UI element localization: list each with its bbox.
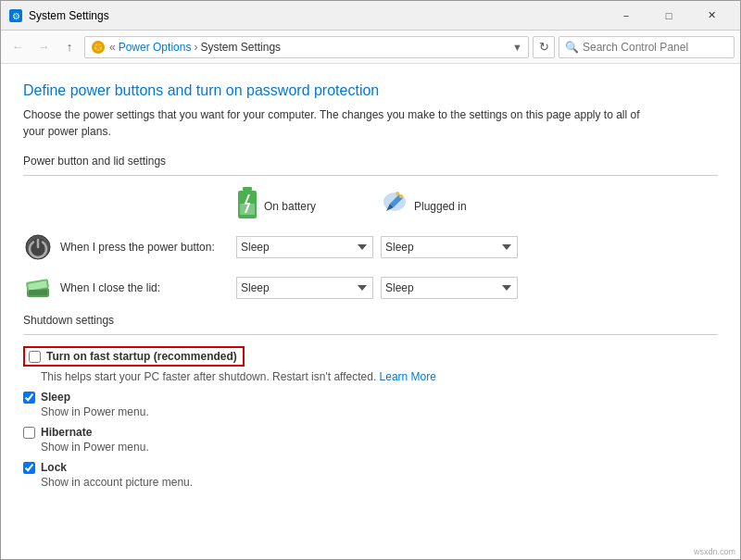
refresh-button[interactable]: ↻ bbox=[533, 36, 555, 58]
breadcrumb-power-options[interactable]: Power Options bbox=[119, 41, 192, 54]
divider-1 bbox=[23, 175, 718, 176]
address-bar: ← → ↑ « Power Options › System Settings … bbox=[1, 31, 740, 64]
col-plugged-in: Plugged in bbox=[381, 187, 518, 225]
sleep-checkbox[interactable] bbox=[23, 392, 35, 404]
shutdown-section: Shutdown settings Turn on fast startup (… bbox=[23, 314, 718, 546]
main-content: Define power buttons and turn on passwor… bbox=[1, 64, 740, 560]
power-button-icon bbox=[23, 232, 53, 262]
sleep-desc: Show in Power menu. bbox=[41, 405, 718, 418]
watermark: wsxdn.com bbox=[694, 547, 735, 556]
lid-selects: Sleep Do nothing Hibernate Shut down Tur… bbox=[236, 277, 518, 299]
hibernate-desc: Show in Power menu. bbox=[41, 441, 718, 454]
battery-icon bbox=[236, 187, 258, 225]
hibernate-checkbox[interactable] bbox=[23, 427, 35, 439]
power-button-on-battery-select[interactable]: Sleep Do nothing Hibernate Shut down Tur… bbox=[236, 236, 373, 258]
page-description: Choose the power settings that you want … bbox=[23, 106, 653, 140]
lock-row: Lock bbox=[23, 461, 718, 474]
lock-desc: Show in account picture menu. bbox=[41, 476, 718, 489]
shutdown-section-title: Shutdown settings bbox=[23, 314, 718, 327]
hibernate-item: Hibernate Show in Power menu. bbox=[23, 426, 718, 454]
svg-point-9 bbox=[399, 194, 403, 198]
lid-on-battery-select[interactable]: Sleep Do nothing Hibernate Shut down Tur… bbox=[236, 277, 373, 299]
window-controls: − □ ✕ bbox=[605, 1, 733, 31]
lid-row: When I close the lid: Sleep Do nothing H… bbox=[23, 273, 718, 303]
lid-plugged-select[interactable]: Sleep Do nothing Hibernate Shut down Tur… bbox=[381, 277, 518, 299]
power-button-label: When I press the power button: bbox=[60, 241, 236, 254]
close-button[interactable]: ✕ bbox=[690, 1, 733, 31]
fast-startup-checkbox[interactable] bbox=[29, 351, 41, 363]
lid-label: When I close the lid: bbox=[60, 281, 236, 294]
sleep-label[interactable]: Sleep bbox=[41, 391, 70, 404]
breadcrumb-separator: « bbox=[109, 41, 116, 54]
learn-more-link[interactable]: Learn More bbox=[380, 370, 436, 383]
power-button-plugged-select[interactable]: Sleep Do nothing Hibernate Shut down Tur… bbox=[381, 236, 518, 258]
search-input[interactable] bbox=[583, 41, 728, 54]
page-title: Define power buttons and turn on passwor… bbox=[23, 82, 718, 99]
divider-2 bbox=[23, 334, 718, 335]
minimize-button[interactable]: − bbox=[605, 1, 647, 31]
forward-button[interactable]: → bbox=[32, 36, 55, 58]
lock-item: Lock Show in account picture menu. bbox=[23, 461, 718, 489]
fast-startup-desc: This helps start your PC faster after sh… bbox=[41, 370, 718, 383]
up-button[interactable]: ↑ bbox=[58, 36, 81, 58]
path-icon bbox=[91, 40, 106, 55]
hibernate-row: Hibernate bbox=[23, 426, 718, 439]
fast-startup-item: Turn on fast startup (recommended) This … bbox=[23, 346, 718, 383]
path-dropdown-icon[interactable]: ▼ bbox=[512, 42, 522, 53]
title-bar: ⚙ System Settings − □ ✕ bbox=[1, 1, 740, 31]
back-button[interactable]: ← bbox=[6, 36, 29, 58]
plugged-icon bbox=[381, 191, 408, 221]
power-button-row: When I press the power button: Sleep Do … bbox=[23, 232, 718, 262]
sleep-item: Sleep Show in Power menu. bbox=[23, 391, 718, 418]
search-box[interactable]: 🔍 bbox=[559, 36, 735, 58]
fast-startup-label[interactable]: Turn on fast startup (recommended) bbox=[46, 350, 237, 363]
svg-rect-16 bbox=[29, 290, 47, 295]
power-section-title: Power button and lid settings bbox=[23, 155, 718, 168]
sleep-row: Sleep bbox=[23, 391, 718, 404]
svg-rect-5 bbox=[243, 187, 252, 191]
svg-text:⚙: ⚙ bbox=[12, 11, 20, 21]
svg-point-10 bbox=[396, 192, 399, 195]
fast-startup-row: Turn on fast startup (recommended) bbox=[23, 346, 718, 368]
lock-label[interactable]: Lock bbox=[41, 461, 67, 474]
column-headers: On battery Plugged in bbox=[236, 187, 718, 225]
hibernate-label[interactable]: Hibernate bbox=[41, 426, 92, 439]
window-title: System Settings bbox=[29, 9, 605, 22]
search-icon: 🔍 bbox=[565, 41, 579, 54]
lock-checkbox[interactable] bbox=[23, 462, 35, 474]
lid-icon bbox=[23, 273, 53, 303]
maximize-button[interactable]: □ bbox=[647, 1, 690, 31]
app-icon: ⚙ bbox=[8, 8, 23, 23]
path-separator: › bbox=[194, 41, 197, 54]
fast-startup-highlight-box: Turn on fast startup (recommended) bbox=[23, 346, 245, 367]
breadcrumb-system-settings: System Settings bbox=[200, 41, 281, 54]
address-path[interactable]: « Power Options › System Settings ▼ bbox=[84, 36, 529, 58]
power-button-selects: Sleep Do nothing Hibernate Shut down Tur… bbox=[236, 236, 518, 258]
col-on-battery: On battery bbox=[236, 187, 373, 225]
